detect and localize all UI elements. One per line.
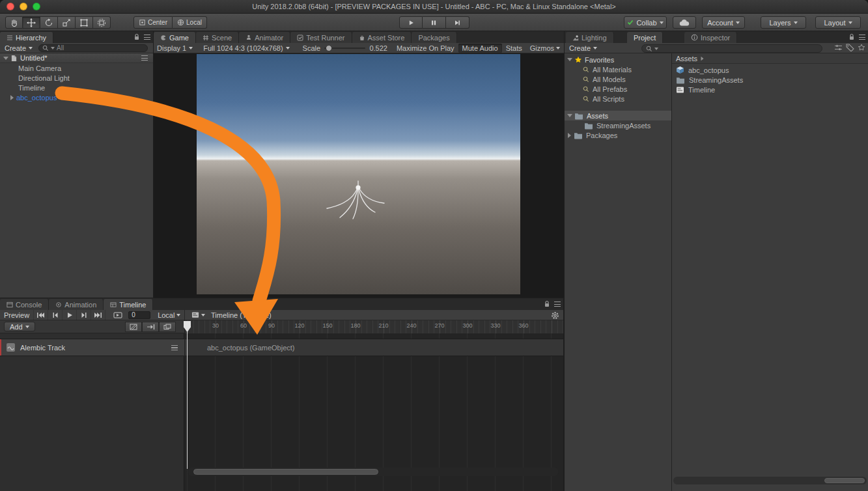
hierarchy-create-dropdown[interactable]: Create: [0, 43, 37, 53]
stats-button[interactable]: Stats: [502, 44, 526, 53]
next-frame-button[interactable]: [77, 310, 91, 320]
ripple-mode-button[interactable]: [142, 322, 159, 332]
alembic-track-lane[interactable]: abc_octopus (GameObject): [185, 339, 563, 356]
favorites-expander-icon[interactable]: [567, 58, 572, 61]
tab-animation[interactable]: Animation: [49, 299, 104, 310]
timeline-settings-button[interactable]: [551, 311, 559, 321]
assets-folder-row[interactable]: Assets: [565, 111, 671, 120]
search-by-label-icon[interactable]: [846, 44, 854, 51]
file-timeline[interactable]: Timeline: [672, 85, 868, 94]
play-button[interactable]: [399, 16, 423, 29]
rotate-tool-button[interactable]: [40, 16, 58, 29]
mix-mode-button[interactable]: [125, 322, 142, 332]
scene-expander-icon[interactable]: [3, 57, 8, 60]
tab-scene[interactable]: Scene: [196, 32, 239, 43]
tab-inspector[interactable]: Inspector: [684, 32, 737, 43]
hierarchy-item-timeline[interactable]: Timeline: [0, 83, 153, 92]
cloud-button[interactable]: [673, 16, 696, 29]
play-range-toggle[interactable]: [111, 310, 125, 320]
pane-menu-icon[interactable]: [144, 35, 150, 40]
favorite-all-prefabs[interactable]: All Prefabs: [565, 84, 671, 94]
lock-icon[interactable]: [848, 33, 855, 41]
layout-dropdown[interactable]: Layout: [815, 16, 861, 29]
add-track-button[interactable]: Add: [4, 322, 35, 331]
account-dropdown[interactable]: Account: [702, 16, 745, 29]
game-render-viewport[interactable]: [197, 54, 520, 294]
pause-button[interactable]: [423, 16, 446, 29]
pane-menu-icon[interactable]: [859, 35, 865, 40]
gizmos-dropdown[interactable]: Gizmos: [526, 44, 564, 53]
go-to-end-button[interactable]: [91, 310, 105, 320]
scale-slider[interactable]: [324, 48, 365, 49]
tab-project[interactable]: Project: [627, 32, 663, 43]
tab-animator[interactable]: Animator: [239, 32, 290, 43]
tab-hierarchy[interactable]: Hierarchy: [0, 32, 53, 43]
file-abc-octopus[interactable]: abc_octopus: [672, 65, 868, 75]
hand-tool-button[interactable]: [5, 16, 23, 29]
project-search-input[interactable]: [641, 44, 822, 53]
layers-dropdown[interactable]: Layers: [761, 16, 806, 29]
time-ref-dropdown[interactable]: Local: [154, 310, 184, 320]
favorite-all-materials[interactable]: All Materials: [565, 64, 671, 74]
rect-tool-button[interactable]: [76, 16, 93, 29]
transform-combined-tool-button[interactable]: [93, 16, 111, 29]
favorites-header-row[interactable]: Favorites: [565, 55, 671, 64]
move-tool-button[interactable]: [23, 16, 40, 29]
file-streaming-assets[interactable]: StreamingAssets: [672, 75, 868, 85]
tab-timeline[interactable]: Timeline: [104, 299, 153, 310]
project-hscrollbar-thumb[interactable]: [824, 478, 865, 483]
scale-tool-button[interactable]: [58, 16, 76, 29]
pane-menu-icon[interactable]: [554, 302, 561, 307]
timeline-ruler[interactable]: 30 60 90 120 150 180 210 240 270 300 330…: [184, 320, 563, 333]
collab-dropdown[interactable]: Collab: [624, 16, 667, 29]
track-menu-icon[interactable]: [171, 345, 178, 350]
timeline-play-button[interactable]: [63, 310, 77, 320]
tab-lighting[interactable]: Lighting: [566, 32, 614, 43]
replace-mode-button[interactable]: [159, 322, 176, 332]
pivot-toggle-button[interactable]: Center: [133, 16, 173, 29]
project-create-dropdown[interactable]: Create: [565, 43, 602, 53]
search-by-type-icon[interactable]: [834, 44, 843, 51]
packages-folder-row[interactable]: Packages: [565, 130, 671, 140]
timeline-asset-selector[interactable]: Timeline (Timeline): [188, 310, 275, 320]
display-dropdown[interactable]: Display 1: [157, 44, 193, 52]
alembic-track-header[interactable]: Alembic Track: [0, 339, 184, 356]
packages-expander-icon[interactable]: [568, 133, 571, 138]
minimize-button[interactable]: [20, 3, 27, 10]
lock-icon[interactable]: [544, 300, 550, 308]
mute-audio-button[interactable]: Mute Audio: [458, 44, 502, 53]
hierarchy-item-directional-light[interactable]: Directional Light: [0, 73, 153, 83]
maximize-on-play-button[interactable]: Maximize On Play: [393, 44, 458, 53]
go-to-start-button[interactable]: [34, 310, 48, 320]
hierarchy-search-input[interactable]: All: [38, 44, 148, 52]
preview-toggle[interactable]: Preview: [0, 310, 34, 320]
project-hscrollbar[interactable]: [673, 477, 867, 484]
hierarchy-item-main-camera[interactable]: Main Camera: [0, 63, 153, 73]
lock-icon[interactable]: [133, 33, 140, 41]
tab-game[interactable]: Game: [154, 32, 196, 43]
favorite-all-models[interactable]: All Models: [565, 74, 671, 84]
save-search-star-icon[interactable]: [858, 44, 865, 51]
timeline-hscrollbar[interactable]: [188, 468, 559, 476]
assets-expander-icon[interactable]: [567, 114, 572, 117]
scale-slider-knob[interactable]: [326, 45, 332, 51]
aspect-dropdown[interactable]: Full 1024 4:3 (1024x768): [203, 44, 289, 52]
hierarchy-item-abc-octopus[interactable]: abc_octopus: [0, 92, 153, 102]
tab-console[interactable]: Console: [0, 299, 49, 310]
streaming-assets-folder-row[interactable]: StreamingAssets: [565, 120, 671, 130]
tab-packages[interactable]: Packages: [412, 32, 456, 43]
tab-test-runner[interactable]: Test Runner: [290, 32, 352, 43]
maximize-button[interactable]: [33, 3, 40, 10]
space-toggle-button[interactable]: Local: [173, 16, 207, 29]
scene-menu-icon[interactable]: [141, 55, 148, 61]
tab-asset-store[interactable]: Asset Store: [352, 32, 412, 43]
step-button[interactable]: [446, 16, 469, 29]
time-ref-caret-icon: [176, 314, 180, 316]
scene-header-row[interactable]: Untitled*: [0, 53, 153, 63]
timeline-hscrollbar-thumb[interactable]: [193, 469, 378, 475]
favorite-all-scripts[interactable]: All Scripts: [565, 94, 671, 104]
current-frame-field[interactable]: 0: [128, 311, 150, 319]
close-button[interactable]: [7, 3, 14, 10]
previous-frame-button[interactable]: [48, 310, 63, 320]
item-expander-icon[interactable]: [10, 95, 14, 100]
